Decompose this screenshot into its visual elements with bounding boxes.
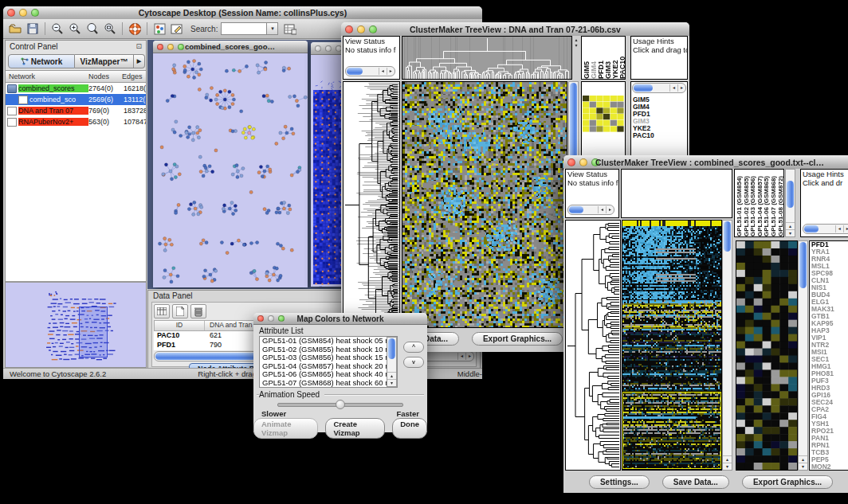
minimize-icon[interactable] [19,9,27,17]
minimize-icon[interactable] [325,45,332,52]
control-panel: Control Panel⊡ Network VizMapper™ ▶ Netw… [5,40,147,368]
attribute-list-item[interactable]: GPL51-06 (GSM865) heat shock 40 min [260,370,397,379]
column-label[interactable]: PAC10 [619,37,626,79]
import-table-icon[interactable] [282,21,298,37]
usage-hints-hscrollbar[interactable]: ◂▸ [632,83,686,93]
export-graphics-button[interactable]: Export Graphics... [472,332,563,346]
tab-network[interactable]: Network [8,54,75,68]
network-tree-row[interactable]: DNA and Tran 07769(0)183728(0) [6,105,146,116]
gene-label[interactable]: MON2 [810,463,848,471]
attribute-list[interactable]: GPL51-01 (GSM854) heat shock 05 minGPL51… [259,336,398,388]
treeview1-title: ClusterMaker TreeView : DNA and Tran 07-… [373,25,658,34]
close-icon[interactable] [567,158,575,166]
search-input[interactable]: ▾ [221,22,278,35]
heatmap-canvas[interactable] [622,221,721,470]
zoom-in-icon[interactable] [67,21,83,37]
float-panel-icon[interactable]: ⊡ [135,42,142,54]
row-dendrogram-canvas[interactable] [566,221,620,470]
zoom-fit-icon[interactable] [102,21,118,37]
network-view-window: combined_scores_good.txt--cluste... [153,41,308,287]
gene-labels-panel: PFD1YRA1RNR4MSL1SPC98CLN1NIS1BUD4ELG1MAK… [809,240,848,471]
network-tree-row[interactable]: combined_sco2569(6)13112(15) [6,94,146,105]
attribute-list-label: Attribute List [259,326,304,335]
network-table-header: Network Nodes Edges [6,70,146,83]
column-label[interactable]: GPL51-08 (GSM872) [778,170,784,236]
export-graphics-button[interactable]: Export Graphics... [742,475,833,489]
maximize-icon[interactable] [369,25,377,33]
close-icon[interactable] [7,9,15,17]
maximize-icon[interactable] [178,44,184,50]
maximize-icon[interactable] [31,9,39,17]
attribute-list-item[interactable]: GPL51-07 (GSM868) heat shock 60 min [260,379,397,388]
attribute-list-vscrollbar[interactable]: ▴▾ [387,337,397,387]
slider-thumb[interactable] [336,400,345,409]
network-overview-canvas[interactable] [6,281,146,367]
new-attribute-icon[interactable] [172,304,188,318]
treeview2-buttons: Settings...Save Data...Export Graphics..… [563,475,848,489]
network-tab-icon [21,57,29,65]
zoomed-heatmap-vscrollbar[interactable]: ▴▾ [798,240,808,471]
create-vizmap-button[interactable]: Create Vizmap [325,418,385,439]
network-tree-table: combined_scores2764(0)16218(0)combined_s… [6,83,146,281]
network-view-titlebar[interactable]: combined_scores_good.txt--cluste... [153,41,308,53]
mini-heatmap-canvas[interactable] [583,96,624,132]
status-hint-middle: Middle- [457,369,482,378]
save-session-icon[interactable] [25,21,41,37]
settings-button[interactable]: Settings... [589,475,650,489]
column-dendrogram-canvas[interactable] [402,37,571,79]
maximize-icon[interactable] [278,315,285,322]
file-icon [7,107,17,115]
annotation-icon[interactable] [169,21,185,37]
zoom-out-icon[interactable] [49,21,65,37]
save-data-button[interactable]: Save Data... [662,475,729,489]
column-labels-vscrollbar[interactable]: ▴▾ [785,169,795,237]
select-attributes-icon[interactable] [154,304,170,318]
attribute-list-item[interactable]: GPL51-01 (GSM854) heat shock 05 min [260,337,397,346]
control-panel-title: Control Panel [10,42,58,54]
delete-attribute-icon[interactable] [190,304,206,318]
view-status-hscrollbar[interactable]: ◂▸ [567,205,614,215]
treeview1-titlebar[interactable]: ClusterMaker TreeView : DNA and Tran 07-… [341,22,689,37]
tab-overflow-icon[interactable]: ▶ [134,54,145,68]
close-icon[interactable] [315,45,321,52]
zoom-selected-icon[interactable] [84,21,100,37]
dendrogram-scroll-arrows[interactable]: ▴▾ [573,37,579,49]
main-window-title: Cytoscape Desktop (Session Name: collins… [35,8,450,18]
heatmap-vscrollbar[interactable]: ▴▾ [722,220,732,471]
row-label[interactable]: PAC10 [631,132,687,139]
close-icon[interactable] [157,44,163,50]
animation-speed-slider[interactable] [277,403,403,407]
minimize-icon[interactable] [579,158,587,166]
column-dendrogram-panel[interactable] [621,169,732,218]
tab-vizmapper[interactable]: VizMapper™ [75,54,134,68]
view-status-hscrollbar[interactable]: ◂▸ [345,66,395,76]
attribute-list-item[interactable]: GPL51-03 (GSM856) heat shock 15 min [260,354,397,362]
animate-vizmap-button[interactable]: Animate Vizmap [253,418,318,439]
move-down-button[interactable]: v [403,357,424,368]
network-tree-row[interactable]: RNAPuberNov2+563(0)107847(0) [6,116,146,127]
done-button[interactable]: Done [392,418,427,439]
move-up-button[interactable]: ^ [403,342,424,353]
minimize-icon[interactable] [357,25,365,33]
network-view-title: combined_scores_good.txt--cluste... [185,42,276,51]
file-icon [7,118,17,127]
heatmap-canvas[interactable] [402,82,567,327]
row-dendrogram-canvas[interactable] [344,82,399,327]
network-canvas[interactable] [153,53,308,287]
network-tree-row[interactable]: combined_scores2764(0)16218(0) [6,83,146,94]
maximize-icon[interactable] [591,158,599,166]
close-icon[interactable] [345,25,353,33]
main-titlebar[interactable]: Cytoscape Desktop (Session Name: collins… [3,6,482,20]
search-dropdown-icon[interactable]: ▾ [266,23,277,34]
close-icon[interactable] [257,315,264,322]
vizmapper-icon[interactable] [151,21,167,37]
minimize-icon[interactable] [268,315,274,322]
open-session-icon[interactable] [7,21,23,37]
zoomed-heatmap-canvas[interactable] [736,241,797,470]
minimize-icon[interactable] [167,44,174,50]
usage-hints-hscrollbar[interactable]: ◂▸ [803,224,848,234]
help-lifering-icon[interactable] [127,21,143,37]
treeview2-titlebar[interactable]: ClusterMaker TreeView : combined_scores_… [563,155,848,170]
dialog-titlebar[interactable]: Map Colors to Network [253,313,427,325]
id-column-header[interactable]: ID [155,321,205,330]
